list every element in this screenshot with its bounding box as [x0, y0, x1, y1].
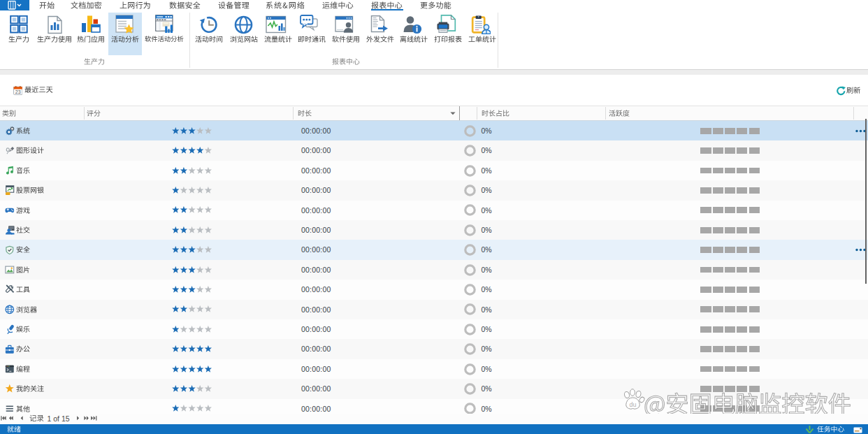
svg-text:23: 23: [15, 89, 20, 95]
svg-text:du: du: [629, 401, 636, 408]
